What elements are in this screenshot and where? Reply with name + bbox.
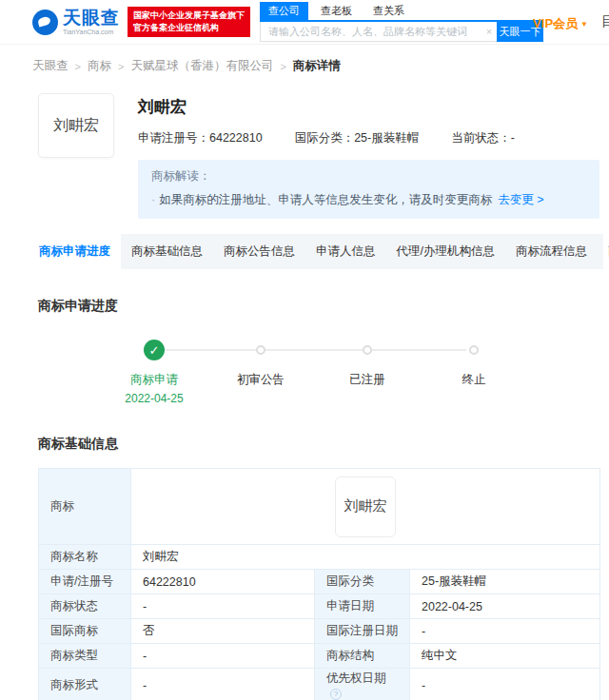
table-row: 商标 刘畊宏 bbox=[39, 469, 600, 545]
basic-info-section: 商标基础信息 商标 刘畊宏 商标名称 刘畊宏 申请/注册号 64222810 国… bbox=[0, 405, 609, 700]
clear-search-icon[interactable]: × bbox=[481, 22, 497, 42]
breadcrumb-company[interactable]: 天赋星球（香港）有限公司 bbox=[130, 58, 273, 74]
breadcrumb-trademark[interactable]: 商标 bbox=[88, 58, 111, 74]
trademark-image-cell: 刘畊宏 bbox=[335, 476, 396, 537]
breadcrumb: 天眼查 > 商标 > 天赋星球（香港）有限公司 > 商标详情 bbox=[0, 45, 609, 84]
search-tab-relation[interactable]: 查关系 bbox=[364, 2, 413, 20]
tianyancha-logo-icon bbox=[32, 10, 58, 35]
progress-timeline: ✓ 商标申请 2022-04-25 初审公告 已注册 终止 bbox=[101, 340, 527, 405]
registration-number-field: 申请注册号：64222810 bbox=[138, 130, 263, 146]
vip-member-menu[interactable]: VIP会员 ▼ bbox=[533, 15, 588, 32]
bullet: · bbox=[151, 193, 155, 206]
badge-line-2: 官方备案企业征信机构 bbox=[133, 22, 245, 34]
detail-tabbar: 商标申请进度 商标基础信息 商标公告信息 申请人信息 代理/办理机构信息 商标流… bbox=[29, 234, 603, 269]
table-row: 申请/注册号 64222810 国际分类 25-服装鞋帽 bbox=[39, 570, 600, 594]
basic-info-heading: 商标基础信息 bbox=[38, 436, 599, 453]
certification-badge: 国家中小企业发展子基金旗下 官方备案企业征信机构 bbox=[128, 7, 250, 37]
step-registered: 已注册 bbox=[314, 340, 421, 405]
table-row: 国际商标 否 国际注册日期 - bbox=[39, 619, 600, 644]
step-date: 2022-04-25 bbox=[125, 392, 183, 405]
tab-goods-services[interactable]: 商品/服务项目 bbox=[598, 234, 609, 269]
logo-domain: TianYanCha.com bbox=[63, 29, 120, 35]
breadcrumb-current: 商标详情 bbox=[293, 58, 341, 74]
badge-line-1: 国家中小企业发展子基金旗下 bbox=[133, 10, 245, 22]
search-input[interactable] bbox=[260, 22, 481, 42]
breadcrumb-separator: > bbox=[280, 61, 285, 72]
circle-icon bbox=[469, 345, 479, 355]
tab-process-info[interactable]: 商标流程信息 bbox=[505, 234, 598, 269]
search-tabs: 查公司 查老板 查关系 bbox=[260, 2, 543, 22]
table-row: 商标类型 - 商标结构 纯中文 bbox=[39, 644, 600, 669]
help-icon[interactable]: ? bbox=[330, 689, 342, 700]
vip-label: VIP会员 bbox=[533, 15, 578, 32]
chevron-down-icon: ▼ bbox=[580, 20, 588, 29]
search-tab-boss[interactable]: 查老板 bbox=[312, 2, 361, 20]
trademark-image: 刘畊宏 bbox=[38, 93, 114, 158]
breadcrumb-separator: > bbox=[118, 61, 124, 72]
search-tab-company[interactable]: 查公司 bbox=[260, 2, 308, 20]
circle-icon bbox=[363, 345, 372, 355]
intl-class-field: 国际分类：25-服装鞋帽 bbox=[295, 130, 420, 146]
cropped-menu-item[interactable]: 目 bbox=[601, 13, 609, 30]
table-row: 商标名称 刘畊宏 bbox=[39, 545, 600, 570]
notice-title: 商标解读： bbox=[151, 168, 586, 185]
table-row: 商标状态 - 申请日期 2022-04-25 bbox=[39, 594, 600, 619]
tianyancha-logo[interactable]: 天眼查 TianYanCha.com bbox=[32, 9, 120, 35]
check-circle-icon: ✓ bbox=[144, 340, 165, 360]
header: 天眼查 TianYanCha.com 国家中小企业发展子基金旗下 官方备案企业征… bbox=[0, 0, 609, 45]
step-application: ✓ 商标申请 2022-04-25 bbox=[101, 340, 207, 405]
trademark-summary: 刘畊宏 刘畊宏 申请注册号：64222810 国际分类：25-服装鞋帽 当前状态… bbox=[0, 84, 609, 219]
breadcrumb-home[interactable]: 天眼查 bbox=[32, 58, 69, 74]
trademark-interpretation-panel: 商标解读： ·如果商标的注册地址、申请人等信息发生变化，请及时变更商标去变更 > bbox=[138, 160, 599, 219]
tab-application-progress[interactable]: 商标申请进度 bbox=[29, 234, 121, 269]
tab-gazette-info[interactable]: 商标公告信息 bbox=[213, 234, 305, 269]
table-row: 商标形式 - 优先权日期? - bbox=[39, 669, 600, 700]
step-terminated: 终止 bbox=[421, 340, 527, 405]
tab-agency-info[interactable]: 代理/办理机构信息 bbox=[386, 234, 505, 269]
basic-info-table: 商标 刘畊宏 商标名称 刘畊宏 申请/注册号 64222810 国际分类 25-… bbox=[38, 468, 600, 700]
tab-applicant-info[interactable]: 申请人信息 bbox=[305, 234, 386, 269]
go-change-link[interactable]: 去变更 > bbox=[498, 193, 543, 206]
page-title: 刘畊宏 bbox=[138, 96, 599, 118]
application-progress-section: 商标申请进度 ✓ 商标申请 2022-04-25 初审公告 已注册 终止 bbox=[0, 269, 609, 405]
tab-basic-info[interactable]: 商标基础信息 bbox=[121, 234, 213, 269]
circle-icon bbox=[256, 345, 265, 355]
notice-text: 如果商标的注册地址、申请人等信息发生变化，请及时变更商标 bbox=[159, 193, 492, 206]
current-status-field: 当前状态：- bbox=[451, 130, 515, 146]
breadcrumb-separator: > bbox=[75, 61, 81, 72]
step-preliminary-gazette: 初审公告 bbox=[207, 340, 314, 405]
progress-heading: 商标申请进度 bbox=[38, 298, 599, 315]
logo-title: 天眼查 bbox=[63, 9, 120, 27]
header-search: 查公司 查老板 查关系 × 天眼一下 bbox=[260, 2, 543, 42]
